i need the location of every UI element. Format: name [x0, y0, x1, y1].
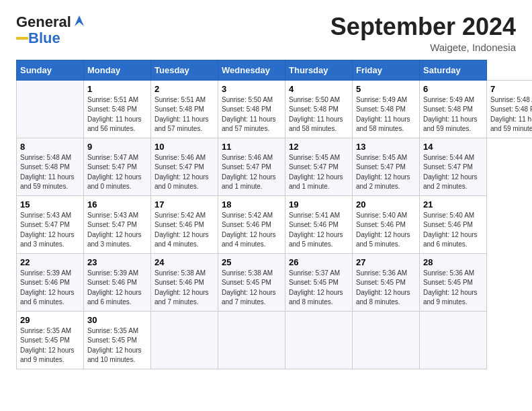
day-info: Sunrise: 5:36 AM Sunset: 5:45 PM Dayligh… — [423, 269, 483, 308]
calendar-cell: 3Sunrise: 5:50 AM Sunset: 5:48 PM Daylig… — [218, 80, 285, 138]
calendar-cell: 1Sunrise: 5:51 AM Sunset: 5:48 PM Daylig… — [84, 80, 151, 138]
day-info: Sunrise: 5:44 AM Sunset: 5:47 PM Dayligh… — [423, 153, 483, 192]
week-row-4: 29Sunrise: 5:35 AM Sunset: 5:45 PM Dayli… — [17, 311, 533, 369]
calendar-cell: 14Sunrise: 5:44 AM Sunset: 5:47 PM Dayli… — [420, 138, 487, 195]
day-info: Sunrise: 5:43 AM Sunset: 5:47 PM Dayligh… — [20, 211, 80, 250]
svg-marker-0 — [75, 15, 84, 26]
day-info: Sunrise: 5:49 AM Sunset: 5:48 PM Dayligh… — [356, 95, 416, 134]
calendar-header-row: SundayMondayTuesdayWednesdayThursdayFrid… — [17, 60, 533, 80]
day-info: Sunrise: 5:46 AM Sunset: 5:47 PM Dayligh… — [222, 153, 281, 192]
calendar-cell: 17Sunrise: 5:42 AM Sunset: 5:46 PM Dayli… — [151, 195, 218, 253]
calendar-cell: 15Sunrise: 5:43 AM Sunset: 5:47 PM Dayli… — [17, 195, 84, 253]
calendar-cell: 24Sunrise: 5:38 AM Sunset: 5:46 PM Dayli… — [151, 253, 218, 311]
day-number: 8 — [20, 142, 80, 152]
day-number: 14 — [423, 142, 483, 152]
week-row-0: 1Sunrise: 5:51 AM Sunset: 5:48 PM Daylig… — [17, 80, 533, 138]
calendar-cell: 7Sunrise: 5:48 AM Sunset: 5:48 PM Daylig… — [487, 80, 533, 138]
day-number: 6 — [423, 84, 483, 94]
day-number: 4 — [289, 84, 349, 94]
day-number: 15 — [20, 199, 80, 210]
calendar-cell — [17, 80, 84, 138]
day-number: 12 — [289, 142, 349, 152]
day-number: 28 — [423, 257, 483, 267]
header-thursday: Thursday — [285, 60, 353, 80]
day-info: Sunrise: 5:42 AM Sunset: 5:46 PM Dayligh… — [222, 211, 281, 250]
day-number: 10 — [154, 142, 214, 152]
calendar-cell: 27Sunrise: 5:36 AM Sunset: 5:45 PM Dayli… — [353, 253, 420, 311]
calendar-cell: 23Sunrise: 5:39 AM Sunset: 5:46 PM Dayli… — [84, 253, 151, 311]
calendar-cell: 20Sunrise: 5:40 AM Sunset: 5:46 PM Dayli… — [353, 195, 420, 253]
calendar-cell: 8Sunrise: 5:48 AM Sunset: 5:48 PM Daylig… — [17, 138, 84, 195]
day-info: Sunrise: 5:36 AM Sunset: 5:45 PM Dayligh… — [356, 269, 416, 308]
location-subtitle: Waigete, Indonesia — [330, 42, 516, 53]
day-number: 23 — [87, 257, 147, 267]
calendar-cell: 16Sunrise: 5:43 AM Sunset: 5:47 PM Dayli… — [84, 195, 151, 253]
day-number: 19 — [289, 199, 349, 210]
day-number: 27 — [356, 257, 416, 267]
page-header: General Blue September 2024 Waigete, Ind… — [16, 13, 516, 53]
header-sunday: Sunday — [17, 60, 84, 80]
calendar-cell: 4Sunrise: 5:50 AM Sunset: 5:48 PM Daylig… — [285, 80, 353, 138]
day-info: Sunrise: 5:47 AM Sunset: 5:47 PM Dayligh… — [87, 153, 147, 192]
day-info: Sunrise: 5:45 AM Sunset: 5:47 PM Dayligh… — [289, 153, 349, 192]
calendar-cell — [285, 311, 353, 369]
logo-blue: Blue — [28, 30, 60, 47]
day-number: 9 — [87, 142, 147, 152]
day-number: 30 — [87, 315, 147, 325]
day-number: 18 — [222, 199, 281, 210]
calendar-cell: 18Sunrise: 5:42 AM Sunset: 5:46 PM Dayli… — [218, 195, 285, 253]
calendar-cell: 9Sunrise: 5:47 AM Sunset: 5:47 PM Daylig… — [84, 138, 151, 195]
day-info: Sunrise: 5:40 AM Sunset: 5:46 PM Dayligh… — [423, 211, 483, 250]
day-number: 11 — [222, 142, 281, 152]
day-number: 29 — [20, 315, 80, 325]
calendar-cell: 25Sunrise: 5:38 AM Sunset: 5:45 PM Dayli… — [218, 253, 285, 311]
day-number: 3 — [222, 84, 281, 94]
day-number: 17 — [154, 199, 214, 210]
day-number: 21 — [423, 199, 483, 210]
day-info: Sunrise: 5:48 AM Sunset: 5:48 PM Dayligh… — [20, 153, 80, 192]
calendar-cell: 12Sunrise: 5:45 AM Sunset: 5:47 PM Dayli… — [285, 138, 353, 195]
calendar-cell — [151, 311, 218, 369]
day-info: Sunrise: 5:38 AM Sunset: 5:46 PM Dayligh… — [154, 269, 214, 308]
day-info: Sunrise: 5:46 AM Sunset: 5:47 PM Dayligh… — [154, 153, 214, 192]
day-info: Sunrise: 5:42 AM Sunset: 5:46 PM Dayligh… — [154, 211, 214, 250]
header-friday: Friday — [353, 60, 420, 80]
day-info: Sunrise: 5:50 AM Sunset: 5:48 PM Dayligh… — [222, 95, 281, 134]
day-info: Sunrise: 5:41 AM Sunset: 5:46 PM Dayligh… — [289, 211, 349, 250]
day-number: 1 — [87, 84, 147, 94]
day-info: Sunrise: 5:38 AM Sunset: 5:45 PM Dayligh… — [222, 269, 281, 308]
day-number: 2 — [154, 84, 214, 94]
calendar-table: SundayMondayTuesdayWednesdayThursdayFrid… — [16, 60, 532, 369]
header-wednesday: Wednesday — [218, 60, 285, 80]
calendar-cell — [218, 311, 285, 369]
day-number: 24 — [154, 257, 214, 267]
day-info: Sunrise: 5:39 AM Sunset: 5:46 PM Dayligh… — [87, 269, 147, 308]
day-number: 5 — [356, 84, 416, 94]
calendar-cell: 26Sunrise: 5:37 AM Sunset: 5:45 PM Dayli… — [285, 253, 353, 311]
day-number: 22 — [20, 257, 80, 267]
day-number: 7 — [490, 84, 532, 94]
day-info: Sunrise: 5:45 AM Sunset: 5:47 PM Dayligh… — [356, 153, 416, 192]
calendar-body: 1Sunrise: 5:51 AM Sunset: 5:48 PM Daylig… — [17, 80, 533, 369]
calendar-cell: 10Sunrise: 5:46 AM Sunset: 5:47 PM Dayli… — [151, 138, 218, 195]
calendar-cell: 2Sunrise: 5:51 AM Sunset: 5:48 PM Daylig… — [151, 80, 218, 138]
day-info: Sunrise: 5:51 AM Sunset: 5:48 PM Dayligh… — [154, 95, 214, 134]
day-number: 13 — [356, 142, 416, 152]
day-info: Sunrise: 5:49 AM Sunset: 5:48 PM Dayligh… — [423, 95, 483, 134]
week-row-2: 15Sunrise: 5:43 AM Sunset: 5:47 PM Dayli… — [17, 195, 533, 253]
day-number: 20 — [356, 199, 416, 210]
header-monday: Monday — [84, 60, 151, 80]
week-row-1: 8Sunrise: 5:48 AM Sunset: 5:48 PM Daylig… — [17, 138, 533, 195]
day-number: 25 — [222, 257, 281, 267]
month-title: September 2024 — [330, 13, 516, 40]
logo: General Blue — [16, 13, 85, 47]
calendar-cell: 28Sunrise: 5:36 AM Sunset: 5:45 PM Dayli… — [420, 253, 487, 311]
calendar-cell — [353, 311, 420, 369]
calendar-cell: 21Sunrise: 5:40 AM Sunset: 5:46 PM Dayli… — [420, 195, 487, 253]
calendar-cell: 6Sunrise: 5:49 AM Sunset: 5:48 PM Daylig… — [420, 80, 487, 138]
day-info: Sunrise: 5:48 AM Sunset: 5:48 PM Dayligh… — [490, 95, 532, 134]
logo-bird-icon — [73, 14, 85, 28]
calendar-cell: 19Sunrise: 5:41 AM Sunset: 5:46 PM Dayli… — [285, 195, 353, 253]
day-number: 16 — [87, 199, 147, 210]
calendar-cell: 11Sunrise: 5:46 AM Sunset: 5:47 PM Dayli… — [218, 138, 285, 195]
